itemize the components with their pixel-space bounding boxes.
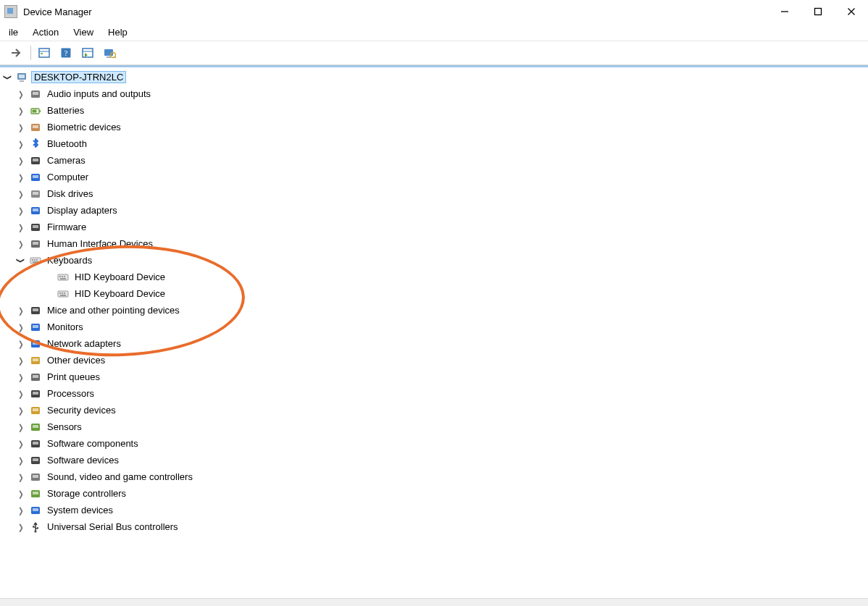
chevron-right-icon[interactable] (16, 455, 26, 466)
computer-icon (16, 72, 29, 83)
svg-rect-1 (815, 9, 822, 15)
chevron-right-icon[interactable] (16, 472, 26, 482)
tree-row[interactable]: Display adapters (0, 202, 868, 219)
tree-row[interactable]: Batteries (0, 102, 868, 119)
tree-row[interactable]: HID Keyboard Device (0, 269, 868, 285)
chevron-right-icon[interactable] (16, 106, 26, 116)
maximize-button[interactable] (801, 0, 835, 23)
toolbar-show-hidden-button[interactable] (34, 43, 54, 62)
menu-file[interactable]: ile (1, 23, 25, 41)
tree-row-label: Network adapters (45, 338, 123, 349)
keyboard-icon (57, 288, 70, 300)
chevron-right-icon[interactable] (16, 489, 26, 499)
tree-row-label: Display adapters (45, 205, 120, 216)
svg-rect-23 (33, 109, 37, 112)
toolbar-help-button[interactable]: ? (56, 43, 76, 62)
svg-rect-41 (36, 259, 38, 261)
tree-row[interactable]: Sound, video and game controllers (0, 468, 868, 485)
tree-row-label: Human Interface Devices (45, 238, 155, 249)
tree-row[interactable]: Bluetooth (0, 135, 868, 152)
app-icon (4, 5, 17, 18)
device-tree[interactable]: DESKTOP-JTRN2LCAudio inputs and outputsB… (0, 67, 868, 535)
tree-row[interactable]: DESKTOP-JTRN2LC (0, 69, 868, 85)
svg-rect-52 (60, 295, 66, 296)
sensor-icon (29, 421, 42, 433)
menu-help[interactable]: Help (101, 23, 135, 41)
tree-row[interactable]: Audio inputs and outputs (0, 85, 868, 102)
toolbar-forward-button[interactable] (6, 43, 26, 62)
chevron-down-icon[interactable] (16, 256, 26, 266)
chevron-right-icon[interactable] (16, 306, 26, 316)
chevron-right-icon[interactable] (16, 355, 26, 366)
tree-row[interactable]: Firmware (0, 219, 868, 235)
svg-rect-18 (20, 80, 24, 82)
window-controls (768, 0, 868, 23)
chevron-right-icon[interactable] (16, 439, 26, 449)
tree-row[interactable]: Other devices (0, 352, 868, 369)
chevron-right-icon[interactable] (16, 322, 26, 332)
chevron-right-icon[interactable] (16, 189, 26, 199)
close-button[interactable] (835, 0, 868, 23)
chevron-right-icon[interactable] (16, 156, 26, 166)
tree-row[interactable]: Software components (0, 435, 868, 452)
menu-view[interactable]: View (66, 23, 101, 41)
tree-row[interactable]: System devices (0, 502, 868, 518)
chevron-right-icon[interactable] (16, 422, 26, 432)
tree-row[interactable]: Sensors (0, 418, 868, 435)
svg-rect-54 (33, 308, 38, 311)
chevron-right-icon[interactable] (16, 339, 26, 349)
menu-action[interactable]: Action (25, 23, 66, 41)
network-icon (29, 338, 42, 350)
chevron-right-icon[interactable] (16, 222, 26, 232)
tree-row-label: Batteries (45, 105, 86, 116)
chevron-right-icon[interactable] (16, 172, 26, 182)
content-area: DESKTOP-JTRN2LCAudio inputs and outputsB… (0, 65, 868, 535)
svg-rect-9 (83, 49, 93, 57)
tree-row[interactable]: Cameras (0, 152, 868, 169)
svg-rect-62 (33, 375, 38, 378)
tree-row[interactable]: Storage controllers (0, 485, 868, 502)
tree-row[interactable]: Software devices (0, 452, 868, 468)
svg-rect-78 (33, 508, 38, 511)
tree-row[interactable]: Keyboards (0, 252, 868, 269)
svg-text:?: ? (64, 49, 68, 57)
chevron-right-icon[interactable] (16, 389, 26, 399)
tree-row[interactable]: Network adapters (0, 335, 868, 352)
chevron-right-icon[interactable] (16, 89, 26, 99)
expander-none (43, 289, 54, 299)
svg-rect-20 (33, 92, 38, 95)
tree-row[interactable]: HID Keyboard Device (0, 285, 868, 302)
tree-row[interactable]: Print queues (0, 369, 868, 385)
chevron-right-icon[interactable] (16, 522, 26, 532)
hid-icon (29, 238, 42, 250)
minimize-button[interactable] (768, 0, 801, 23)
chevron-right-icon[interactable] (16, 122, 26, 132)
tree-row-label: System devices (45, 505, 115, 515)
svg-rect-49 (59, 293, 61, 294)
svg-rect-25 (33, 125, 38, 128)
tree-row[interactable]: Universal Serial Bus controllers (0, 518, 868, 535)
toolbar-scan-button[interactable] (99, 43, 120, 62)
toolbar-add-feature-button[interactable] (78, 43, 98, 62)
tree-row[interactable]: Security devices (0, 402, 868, 418)
display-icon (29, 205, 42, 216)
chevron-right-icon[interactable] (16, 206, 26, 216)
tree-row[interactable]: Human Interface Devices (0, 235, 868, 252)
chevron-right-icon[interactable] (16, 239, 26, 249)
chevron-down-icon[interactable] (3, 72, 13, 83)
tree-row-label: Bluetooth (45, 138, 89, 149)
tree-row-label: Mice and other pointing devices (45, 305, 182, 316)
tree-row[interactable]: Monitors (0, 319, 868, 335)
printer-icon (29, 371, 42, 383)
tree-row[interactable]: Disk drives (0, 185, 868, 202)
chevron-right-icon[interactable] (16, 505, 26, 515)
toolbar-separator (30, 46, 31, 60)
tree-row[interactable]: Biometric devices (0, 119, 868, 135)
tree-row[interactable]: Computer (0, 169, 868, 185)
chevron-right-icon[interactable] (16, 139, 26, 149)
system-icon (29, 505, 42, 516)
tree-row[interactable]: Processors (0, 385, 868, 402)
chevron-right-icon[interactable] (16, 405, 26, 416)
chevron-right-icon[interactable] (16, 372, 26, 382)
tree-row[interactable]: Mice and other pointing devices (0, 302, 868, 319)
